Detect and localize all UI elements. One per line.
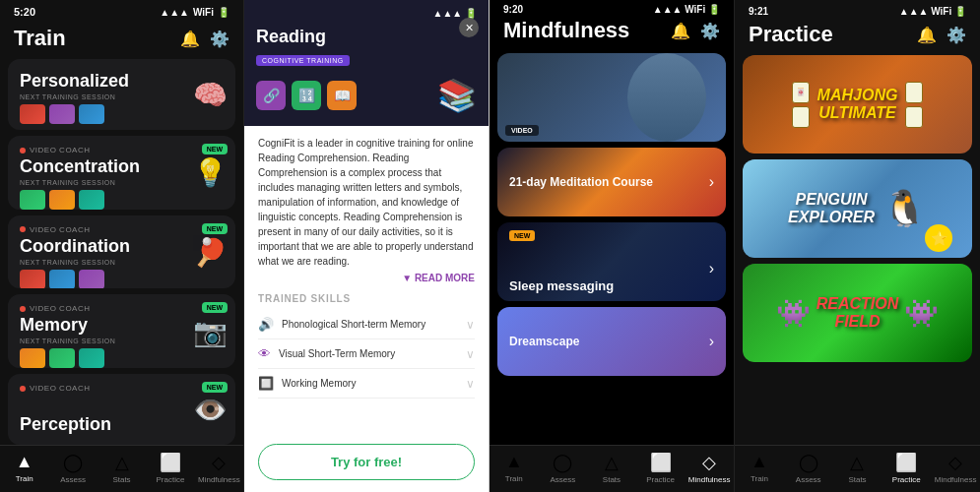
modal-close-button[interactable]: ✕ [459,18,479,37]
concentration-thumbs [20,190,224,210]
concentration-coach: VIDEO COACH [20,146,224,154]
pr-practice-label: Practice [892,475,921,484]
reading-icon-2: 🔢 [292,81,321,110]
pr-train-label: Train [751,474,768,483]
bell-icon[interactable]: 🔔 [180,30,200,48]
card-personalized[interactable]: Personalized NEXT TRAINING SESSION 🧠 [8,59,235,130]
skill-row-visual[interactable]: 👁 Visual Short-Term Memory ∨ [258,339,475,369]
coordination-coach: VIDEO COACH [20,225,224,234]
mindfulness-nav-label: Mindfulness [198,475,240,484]
mf-bell-icon[interactable]: 🔔 [671,22,690,40]
nav-mindfulness[interactable]: ◇ Mindfulness [195,452,243,484]
mindfulness-header-icons: 🔔 ⚙️ [671,22,720,40]
video-dot-2 [20,226,26,232]
mf-card-meditation[interactable]: 21-day Meditation Course › [497,148,726,216]
mf-gear-icon[interactable]: ⚙️ [700,22,720,40]
reaction-content: 👾 REACTIONFIELD 👾 [743,264,972,362]
pr-stats-icon: △ [850,452,864,473]
mahjong-tiles-right [905,82,923,128]
memory-coach: VIDEO COACH [20,304,224,313]
assess-nav-icon: ◯ [63,452,83,473]
phonological-skill-name: Phonological Short-term Memory [282,319,425,330]
mf-card-sleep[interactable]: NEW Sleep messaging › [497,222,726,301]
nav-assess[interactable]: ◯ Assess [48,452,97,484]
try-free-button[interactable]: Try for free! [258,444,475,480]
meditation-chevron: › [709,173,714,191]
pr-nav-stats[interactable]: △ Stats [833,452,882,484]
mf-nav-practice[interactable]: ⬜ Practice [636,452,686,484]
game-reaction[interactable]: 👾 REACTIONFIELD 👾 [743,264,972,362]
modal-description: CogniFit is a leader in cognitive traini… [258,136,475,269]
skill-row-working[interactable]: 🔲 Working Memory ∨ [258,369,475,399]
memory-icon: 📷 [193,315,228,347]
mf-nav-stats[interactable]: △ Stats [587,452,636,484]
train-header: Train 🔔 ⚙️ [0,22,243,59]
pr-nav-train[interactable]: ▲ Train [735,452,784,484]
card-perception[interactable]: VIDEO COACH Perception NEW 👁️ [8,374,235,445]
pr-nav-mindfulness[interactable]: ◇ Mindfulness [931,452,980,484]
mf-nav-assess[interactable]: ◯ Assess [539,452,588,484]
nav-stats[interactable]: △ Stats [98,452,146,484]
mindfulness-status-bar: 9:20 ▲▲▲ WiFi 🔋 [503,4,720,18]
pr-nav-practice[interactable]: ⬜ Practice [882,452,931,484]
card-memory[interactable]: VIDEO COACH Memory NEXT TRAINING SESSION… [8,294,235,368]
pr-assess-icon: ◯ [799,452,818,473]
stats-nav-icon: △ [115,452,129,473]
visual-icon: 👁 [258,346,271,361]
pr-train-icon: ▲ [751,452,768,472]
mf-time: 9:20 [503,4,523,15]
pr-bell-icon[interactable]: 🔔 [917,26,937,44]
train-nav-icon: ▲ [16,452,33,472]
modal-body: CogniFit is a leader in cognitive traini… [244,126,489,434]
mahjong-content: 🀄 MAHJONGULTIMATE [743,55,972,154]
status-icons: ▲▲▲ WiFi 🔋 [160,7,229,18]
sleep-title: Sleep messaging [509,278,614,293]
gear-icon[interactable]: ⚙️ [210,30,229,48]
nav-train[interactable]: ▲ Train [0,452,48,484]
mf-card-video[interactable]: VIDEO [497,53,726,142]
phonological-chevron: ∨ [466,318,475,332]
practice-nav-label: Practice [156,475,184,484]
reading-icon-3: 📖 [327,81,357,110]
working-skill-name: Working Memory [282,378,356,389]
mf-dreamscape-bg: Dreamscape › [497,307,726,376]
pr-status-icons: ▲▲▲ WiFi 🔋 [899,6,966,17]
sleep-chevron: › [709,260,714,277]
pr-nav-assess[interactable]: ◯ Assess [784,452,833,484]
stats-nav-label: Stats [112,475,130,484]
status-time: 5:20 [14,6,35,18]
assess-nav-label: Assess [60,475,86,484]
mf-meditation-bg: 21-day Meditation Course › [497,148,726,216]
mindfulness-nav-icon: ◇ [212,452,226,473]
mf-nav-mindfulness[interactable]: ◇ Mindfulness [685,452,734,484]
dreamscape-title: Dreamscape [509,335,579,348]
mf-nav-train[interactable]: ▲ Train [490,452,539,484]
reading-icon-1: 🔗 [256,81,286,110]
read-more-link[interactable]: ▼ READ MORE [258,273,475,283]
skill-left-2: 👁 Visual Short-Term Memory [258,346,395,361]
coordination-icon: 🏓 [193,236,228,269]
thumb-9 [79,270,104,289]
train-cards-list: Personalized NEXT TRAINING SESSION 🧠 VID… [0,59,243,445]
memory-thumbs [20,348,224,368]
mf-train-label: Train [505,474,523,483]
nav-practice[interactable]: ⬜ Practice [146,452,194,484]
meditation-title: 21-day Meditation Course [509,175,653,189]
card-coordination[interactable]: VIDEO COACH Coordination NEXT TRAINING S… [8,215,235,289]
game-penguin[interactable]: PENGUINEXPLORER 🐧 ⭐ [743,159,972,258]
game-mahjong[interactable]: 🀄 MAHJONGULTIMATE [743,55,972,154]
thumb-1 [20,104,45,124]
pr-stats-label: Stats [848,475,866,484]
mf-card-dreamscape[interactable]: Dreamscape › [497,307,726,376]
card-concentration[interactable]: VIDEO COACH Concentration NEXT TRAINING … [8,136,235,210]
pr-assess-label: Assess [796,475,821,484]
penguin-icon: 🐧 [882,188,927,229]
practice-status-bar: 9:21 ▲▲▲ WiFi 🔋 [735,0,980,20]
thumb-5 [49,190,75,210]
skill-row-phonological[interactable]: 🔊 Phonological Short-term Memory ∨ [258,310,475,339]
working-icon: 🔲 [258,376,274,391]
modal-icons-row: 🔗 🔢 📖 📚 [256,71,477,118]
mf-stats-label: Stats [603,475,621,484]
pr-gear-icon[interactable]: ⚙️ [947,26,966,44]
video-dot-4 [20,386,26,392]
